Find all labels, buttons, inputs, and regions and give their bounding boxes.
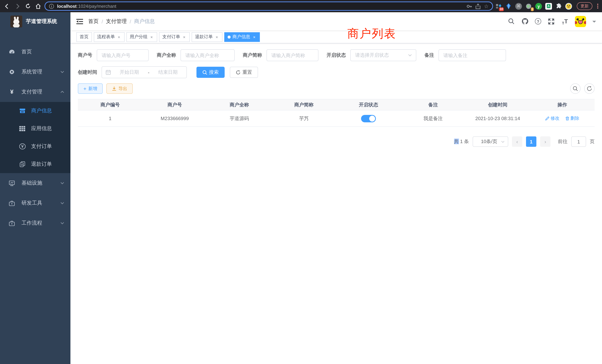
profile-avatar-icon[interactable] bbox=[565, 3, 572, 10]
table-toolbar: + 新增 导出 bbox=[78, 83, 595, 94]
page-1-button[interactable]: 1 bbox=[526, 136, 536, 147]
add-button[interactable]: + 新增 bbox=[78, 83, 103, 94]
page-suffix: 页 bbox=[590, 138, 595, 145]
home-icon[interactable] bbox=[34, 2, 42, 10]
github-icon[interactable] bbox=[521, 18, 529, 25]
browser-menu-icon[interactable] bbox=[597, 4, 598, 9]
sidebar-item-payment[interactable]: ¥ 支付管理 bbox=[0, 82, 70, 102]
col-merchant-no: 商户号 bbox=[142, 99, 207, 110]
back-icon[interactable] bbox=[3, 2, 11, 10]
site-info-icon[interactable] bbox=[49, 3, 54, 9]
table-header-row: 商户编号 商户号 商户全称 商户简称 开启状态 备注 创建时间 操作 bbox=[78, 99, 595, 110]
next-page-button[interactable]: › bbox=[540, 136, 550, 147]
tab-user-group[interactable]: 用户分组 × bbox=[126, 32, 157, 42]
font-size-icon[interactable]: TT bbox=[561, 18, 569, 25]
edit-pencil-icon bbox=[545, 116, 549, 120]
refresh-table-button[interactable] bbox=[584, 83, 595, 94]
fullscreen-icon[interactable] bbox=[548, 18, 555, 25]
sidebar-item-system[interactable]: 系统管理 bbox=[0, 62, 70, 82]
reset-button[interactable]: 重置 bbox=[230, 67, 258, 78]
breadcrumb-current: 商户信息 bbox=[134, 18, 155, 25]
extension-cmd-icon[interactable]: ⌘ bbox=[515, 3, 522, 10]
store-icon bbox=[18, 108, 27, 114]
gear-icon bbox=[7, 69, 16, 75]
tab-refund-order[interactable]: 退款订单 × bbox=[192, 32, 222, 42]
app-logo bbox=[10, 16, 22, 27]
show-search-toggle-button[interactable] bbox=[570, 83, 580, 94]
close-icon[interactable]: × bbox=[215, 35, 219, 39]
forward-icon[interactable] bbox=[13, 2, 22, 10]
extension-tabs-icon[interactable]: 10 bbox=[495, 3, 502, 10]
full-name-input[interactable] bbox=[181, 49, 235, 61]
url-path: :1024/pay/merchant bbox=[77, 3, 116, 9]
page-size-select[interactable]: 10条/页 bbox=[473, 136, 508, 147]
payment-submenu: 商户信息 应用信息 支付订单 bbox=[0, 102, 70, 173]
sidebar-item-infra[interactable]: 基础设施 bbox=[0, 173, 70, 193]
close-icon[interactable]: × bbox=[149, 35, 154, 39]
monitor-icon bbox=[7, 180, 16, 186]
sidebar-collapse-icon[interactable] bbox=[76, 18, 83, 24]
pagination: 共 1 条 10条/页 ‹ 1 › 前往 页 bbox=[78, 136, 595, 147]
sidebar-item-app-info[interactable]: 应用信息 bbox=[0, 120, 70, 138]
tab-process-form[interactable]: 流程表单 × bbox=[94, 32, 125, 42]
app-logo-row[interactable]: 芋道管理系统 bbox=[0, 12, 70, 31]
breadcrumb-home[interactable]: 首页 bbox=[88, 18, 99, 25]
delete-button[interactable]: 删除 bbox=[565, 115, 579, 122]
sidebar-item-workflow[interactable]: 工作流程 bbox=[0, 213, 70, 233]
user-menu-caret-icon[interactable] bbox=[592, 21, 596, 24]
extensions-row: 10 ⌘ 1 y 更新 bbox=[495, 2, 599, 10]
chevron-down-icon bbox=[60, 221, 64, 225]
remark-input[interactable] bbox=[439, 49, 506, 61]
sidebar-item-label: 应用信息 bbox=[31, 125, 64, 132]
merchant-no-input[interactable] bbox=[97, 49, 149, 61]
export-button[interactable]: 导出 bbox=[106, 83, 133, 94]
create-time-range-picker[interactable]: 开始日期 - 结束日期 bbox=[102, 66, 187, 78]
tab-pay-order[interactable]: 支付订单 × bbox=[159, 32, 190, 42]
password-key-icon[interactable] bbox=[466, 3, 473, 9]
refresh-icon bbox=[587, 86, 592, 91]
navbar-actions: ? TT bbox=[507, 16, 596, 27]
short-name-label: 商户简称 bbox=[243, 52, 267, 59]
extension-recorder-icon[interactable]: 1 bbox=[525, 3, 532, 10]
edit-button[interactable]: 修改 bbox=[545, 115, 559, 122]
chevron-down-icon bbox=[60, 201, 64, 205]
tab-merchant-info[interactable]: 商户信息 × bbox=[224, 32, 260, 42]
extension-notes-icon[interactable] bbox=[545, 3, 552, 10]
browser-update-button[interactable]: 更新 bbox=[577, 2, 592, 10]
search-icon bbox=[573, 86, 578, 91]
coin-yen-icon bbox=[18, 143, 27, 149]
close-icon[interactable]: × bbox=[252, 35, 257, 39]
breadcrumb-payment[interactable]: 支付管理 bbox=[106, 18, 127, 25]
search-button[interactable]: 搜索 bbox=[196, 67, 225, 78]
tab-home[interactable]: 首页 bbox=[76, 32, 92, 42]
extension-y-icon[interactable]: y bbox=[535, 3, 542, 10]
reload-icon[interactable] bbox=[24, 2, 32, 10]
status-toggle[interactable] bbox=[361, 115, 376, 122]
share-icon[interactable] bbox=[475, 3, 481, 9]
close-icon[interactable]: × bbox=[117, 35, 121, 39]
bookmark-star-icon[interactable]: ☆ bbox=[484, 3, 489, 9]
col-merchant-id: 商户编号 bbox=[78, 99, 142, 110]
pagination-total: 共 1 条 bbox=[454, 138, 469, 145]
sidebar-item-merchant-info[interactable]: 商户信息 bbox=[0, 102, 70, 120]
short-name-input[interactable] bbox=[267, 49, 318, 61]
refresh-icon bbox=[236, 70, 241, 75]
status-select[interactable]: 请选择开启状态 bbox=[350, 49, 416, 61]
chevron-up-icon bbox=[60, 90, 64, 94]
help-icon[interactable]: ? bbox=[535, 18, 541, 24]
extensions-puzzle-icon[interactable] bbox=[555, 3, 562, 10]
sidebar-item-dev-tools[interactable]: 研发工具 bbox=[0, 193, 70, 213]
user-avatar[interactable] bbox=[575, 16, 586, 27]
close-icon[interactable]: × bbox=[182, 35, 186, 39]
extension-gem-icon[interactable] bbox=[505, 3, 512, 10]
create-time-label: 创建时间 bbox=[78, 69, 102, 76]
sidebar-item-refund-order[interactable]: 退款订单 bbox=[0, 155, 70, 173]
prev-page-button[interactable]: ‹ bbox=[512, 136, 522, 147]
address-bar[interactable]: localhost :1024/pay/merchant ☆ bbox=[44, 1, 493, 11]
sidebar-item-pay-order[interactable]: 支付订单 bbox=[0, 138, 70, 155]
cell-create-time: 2021-10-23 08:31:14 bbox=[465, 110, 530, 127]
range-separator: - bbox=[148, 69, 150, 75]
goto-page-input[interactable] bbox=[571, 136, 586, 147]
search-icon[interactable] bbox=[507, 18, 515, 25]
sidebar-item-home[interactable]: 首页 bbox=[0, 42, 70, 62]
